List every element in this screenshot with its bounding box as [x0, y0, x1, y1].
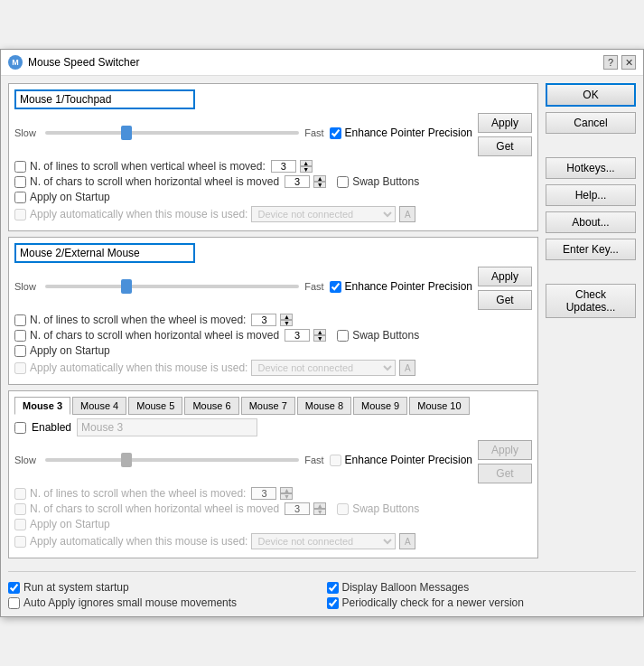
mouse3-vert-scroll-input[interactable]: [251, 487, 276, 500]
mouse3-auto-apply-checkbox[interactable]: [14, 536, 26, 548]
cancel-button[interactable]: Cancel: [546, 112, 636, 134]
mouse3-horiz-down-btn[interactable]: ▼: [313, 509, 326, 515]
hotkeys-button[interactable]: Hotkeys...: [546, 157, 636, 179]
mouse2-vert-down-btn[interactable]: ▼: [280, 320, 293, 326]
mouse3-horiz-scroll-input[interactable]: [285, 502, 310, 515]
mouse1-horiz-scroll-input[interactable]: [285, 175, 310, 188]
mouse2-apply-get: Apply Get: [478, 267, 532, 310]
left-panel: Slow Fast Enhance Pointer Precision Appl…: [8, 83, 538, 564]
mouse3-apply-button[interactable]: Apply: [478, 440, 532, 460]
auto-apply-checkbox[interactable]: [8, 597, 20, 609]
mouse3-apply-startup-checkbox[interactable]: [14, 519, 26, 530]
mouse1-get-button[interactable]: Get: [478, 136, 532, 156]
bottom-divider: [8, 571, 636, 572]
mouse-tab-8[interactable]: Mouse 8: [297, 397, 351, 415]
mouse2-swap-buttons-checkbox[interactable]: [337, 330, 349, 342]
mouse1-auto-apply-row: Apply automatically when this mouse is u…: [14, 206, 532, 222]
app-icon: M: [8, 55, 23, 70]
mouse3-auto-apply-small-btn[interactable]: A: [399, 533, 415, 549]
mouse1-horiz-down-btn[interactable]: ▼: [313, 182, 326, 188]
mouse-tab-4[interactable]: Mouse 4: [72, 397, 126, 415]
run-startup-checkbox[interactable]: [8, 582, 20, 594]
mouse3-apply-startup-row: Apply on Startup: [14, 518, 532, 530]
mouse1-auto-apply-checkbox[interactable]: [14, 209, 26, 220]
mouse-tab-10[interactable]: Mouse 10: [409, 397, 469, 415]
mouse2-horiz-up-btn[interactable]: ▲: [313, 329, 326, 335]
mouse2-vert-scroll-checkbox[interactable]: [14, 314, 26, 326]
mouse1-auto-apply-small-btn[interactable]: A: [399, 206, 415, 222]
mouse1-horiz-scroll-checkbox[interactable]: [14, 176, 26, 188]
mouse3-name-input[interactable]: [77, 418, 257, 436]
mouse3-vert-down-btn[interactable]: ▼: [280, 493, 293, 500]
mouse1-slider-thumb[interactable]: [121, 126, 132, 140]
mouse1-vert-up-btn[interactable]: ▲: [300, 160, 313, 166]
help-window-button[interactable]: ?: [603, 55, 618, 70]
mouse1-swap-buttons-label: Swap Buttons: [352, 175, 419, 188]
about-button[interactable]: About...: [546, 211, 636, 233]
ok-button[interactable]: OK: [546, 83, 636, 107]
mouse1-enhance-checkbox[interactable]: [330, 127, 341, 139]
mouse-tab-9[interactable]: Mouse 9: [353, 397, 407, 415]
mouse3-horiz-scroll-row: N. of chars to scroll when horizontal wh…: [14, 502, 532, 515]
mouse1-vert-scroll-input[interactable]: [271, 160, 296, 173]
mouse2-apply-button[interactable]: Apply: [478, 267, 532, 286]
mouse2-auto-apply-checkbox[interactable]: [14, 362, 26, 374]
mouse3-enabled-checkbox[interactable]: [14, 422, 26, 434]
mouse2-auto-apply-small-btn[interactable]: A: [399, 360, 415, 376]
mouse3-horiz-up-btn[interactable]: ▲: [313, 502, 326, 509]
mouse2-vert-scroll-input[interactable]: [251, 314, 276, 326]
mouse1-apply-get: Apply Get: [478, 113, 532, 156]
mouse2-horiz-scroll-checkbox[interactable]: [14, 330, 26, 342]
mouse-tab-7[interactable]: Mouse 7: [241, 397, 295, 415]
mouse2-get-button[interactable]: Get: [478, 290, 532, 310]
mouse1-apply-startup-checkbox[interactable]: [14, 192, 26, 203]
mouse1-name-row: [14, 89, 532, 109]
periodic-check-row: Periodically check for a newer version: [327, 596, 637, 609]
help-button[interactable]: Help...: [546, 184, 636, 206]
auto-apply-label: Auto Apply ignores small mouse movements: [23, 596, 237, 609]
mouse-tab-6[interactable]: Mouse 6: [184, 397, 238, 415]
mouse2-enhance-checkbox[interactable]: [330, 281, 341, 293]
mouse3-vert-up-btn[interactable]: ▲: [280, 487, 293, 493]
right-panel: OK Cancel Hotkeys... Help... About... En…: [546, 83, 636, 564]
mouse3-auto-apply-label: Apply automatically when this mouse is u…: [30, 535, 247, 548]
mouse3-enhance-label: Enhance Pointer Precision: [345, 454, 472, 466]
mouse2-auto-apply-label: Apply automatically when this mouse is u…: [30, 361, 247, 374]
mouse3-apply-startup-label: Apply on Startup: [30, 518, 110, 530]
mouse2-device-select[interactable]: Device not connected: [251, 360, 396, 376]
mouse3-vert-scroll-checkbox[interactable]: [14, 488, 26, 500]
mouse3-enabled-label: Enabled: [32, 421, 71, 434]
mouse-tab-3[interactable]: Mouse 3: [14, 397, 70, 415]
check-updates-button[interactable]: Check Updates...: [546, 284, 636, 318]
mouse1-vert-scroll-row: N. of lines to scroll when vertical whee…: [14, 160, 532, 173]
display-balloon-checkbox[interactable]: [327, 582, 339, 594]
mouse1-name-input[interactable]: [14, 89, 195, 109]
mouse1-swap-buttons-checkbox[interactable]: [337, 176, 349, 188]
mouse3-enhance-checkbox[interactable]: [330, 455, 341, 466]
mouse2-name-input[interactable]: [14, 243, 195, 263]
mouse1-apply-button[interactable]: Apply: [478, 113, 532, 133]
close-window-button[interactable]: ✕: [621, 55, 636, 70]
mouse2-slider-thumb[interactable]: [121, 279, 132, 294]
mouse1-device-select[interactable]: Device not connected: [251, 206, 396, 222]
mouse3-device-select[interactable]: Device not connected: [251, 533, 396, 549]
mouse3-horiz-scroll-checkbox[interactable]: [14, 503, 26, 515]
mouse1-vert-scroll-checkbox[interactable]: [14, 161, 26, 173]
mouse1-horiz-scroll-row: N. of chars to scroll when horizontal wh…: [14, 175, 532, 188]
mouse1-horiz-up-btn[interactable]: ▲: [313, 175, 326, 182]
mouse2-apply-startup-checkbox[interactable]: [14, 345, 26, 357]
mouse3-get-button[interactable]: Get: [478, 464, 532, 483]
enter-key-button[interactable]: Enter Key...: [546, 239, 636, 260]
mouse1-vert-down-btn[interactable]: ▼: [300, 166, 313, 173]
mouse2-slider-track: [45, 285, 299, 288]
mouse3-fast-label: Fast: [304, 455, 323, 465]
periodic-check-checkbox[interactable]: [327, 597, 339, 609]
mouse-tab-5[interactable]: Mouse 5: [128, 397, 182, 415]
mouse3-slider-thumb[interactable]: [121, 453, 132, 467]
mouse2-horiz-scroll-input[interactable]: [285, 329, 310, 342]
mouse2-vert-scroll-row: N. of lines to scroll when the wheel is …: [14, 314, 532, 326]
mouse3-swap-buttons-checkbox[interactable]: [337, 503, 349, 515]
mouse2-vert-up-btn[interactable]: ▲: [280, 314, 293, 320]
mouse2-horiz-down-btn[interactable]: ▼: [313, 335, 326, 342]
mouse1-horiz-scroll-label: N. of chars to scroll when horizontal wh…: [30, 175, 279, 188]
